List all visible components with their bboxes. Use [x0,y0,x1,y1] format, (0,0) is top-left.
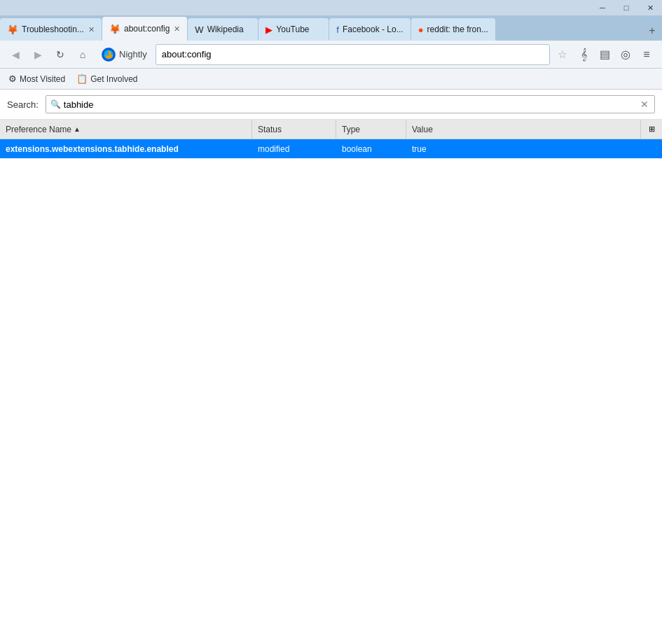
tab-favicon-reddit: ● [418,24,424,35]
tab-close-troubleshoot[interactable]: ✕ [88,25,95,34]
tab-label-reddit: reddit: the fron... [427,24,488,34]
tab-label-youtube: YouTube [276,24,322,34]
cell-status: modified [252,139,336,158]
bookmark-star[interactable]: ☆ [553,46,571,64]
tab-favicon-wikipedia: W [195,24,203,35]
reload-icon: ↻ [56,49,64,60]
col-header-action: ⊞ [641,125,662,134]
tab-favicon-facebook: f [336,24,339,35]
bookmark-label-get-involved: Get Involved [90,74,137,84]
cell-value: true [406,139,662,158]
search-icon: 🔍 [50,99,61,109]
search-clear-button[interactable]: ✕ [639,99,650,110]
back-button[interactable]: ◀ [6,45,25,64]
tab-favicon-troubleshoot: 🦊 [7,24,18,35]
tab-favicon-youtube: ▶ [266,24,273,35]
bookmark-most-visited[interactable]: ⚙Most Visited [6,72,68,85]
cell-type: boolean [336,139,406,158]
menu-button[interactable]: ≡ [637,45,656,64]
reload-button[interactable]: ↻ [50,45,70,64]
maximize-button[interactable]: □ [614,0,638,15]
tab-label-troubleshoot: Troubleshootin... [22,24,84,34]
bookmark-icon-get-involved: 📋 [76,74,88,84]
address-bar[interactable] [156,44,550,65]
title-bar: ─ □ ✕ [0,0,662,15]
table-container: Preference Name ▲ Status Type Value ⊞ ex… [0,120,662,159]
table-row[interactable]: extensions.webextensions.tabhide.enabled… [0,139,662,159]
sidebar-button[interactable]: ▤ [595,45,614,64]
bookmarks-bar: ⚙Most Visited📋Get Involved [0,69,662,90]
new-tab-button[interactable]: + [642,21,662,41]
table-body: extensions.webextensions.tabhide.enabled… [0,139,662,159]
firefox-logo [101,47,116,62]
mask-icon: ◎ [621,48,630,61]
content-area: Search: 🔍 ✕ Preference Name ▲ Status Typ… [0,90,662,644]
library-button[interactable]: 𝄞 [574,45,593,64]
tab-label-facebook: Facebook - Lo... [343,24,404,34]
col-type-label: Type [342,125,360,134]
tab-label-wikipedia: Wikipedia [207,24,251,34]
address-input[interactable] [162,49,544,59]
tab-wikipedia[interactable]: WWikipedia [188,18,258,41]
menu-icon: ≡ [643,48,649,61]
tab-reddit[interactable]: ●reddit: the fron... [411,18,495,41]
forward-icon: ▶ [34,49,42,60]
col-pref-name-label: Preference Name [6,125,71,134]
tab-facebook[interactable]: fFacebook - Lo... [329,18,410,41]
tab-label-about-config: about:config [124,24,170,34]
tab-favicon-about-config: 🦊 [109,24,120,34]
close-button[interactable]: ✕ [638,0,662,15]
search-input-wrapper: 🔍 ✕ [46,95,655,113]
col-value-label: Value [412,125,433,134]
minimize-button[interactable]: ─ [591,0,614,15]
home-icon: ⌂ [80,49,85,60]
bookmark-icon-most-visited: ⚙ [8,74,17,84]
tab-youtube[interactable]: ▶YouTube [258,18,329,41]
tab-close-about-config[interactable]: ✕ [174,24,180,34]
forward-button[interactable]: ▶ [28,45,48,64]
cell-pref-name: extensions.webextensions.tabhide.enabled [0,139,252,158]
col-header-pref-name[interactable]: Preference Name ▲ [0,120,252,139]
table-header: Preference Name ▲ Status Type Value ⊞ [0,120,662,139]
home-button[interactable]: ⌂ [73,45,92,64]
search-bar: Search: 🔍 ✕ [0,90,662,120]
col-status-label: Status [258,125,282,134]
back-icon: ◀ [12,49,20,60]
mask-button[interactable]: ◎ [616,45,635,64]
tab-about-config[interactable]: 🦊about:config✕ [102,17,187,41]
col-header-value[interactable]: Value [406,120,641,139]
col-header-status[interactable]: Status [252,120,336,139]
tab-bar: 🦊Troubleshootin...✕🦊about:config✕WWikipe… [0,15,662,41]
toolbar-icons: 𝄞 ▤ ◎ ≡ [574,45,656,64]
nav-bar: ◀ ▶ ↻ ⌂ Nightly ☆ 𝄞 ▤ ◎ ≡ [0,41,662,69]
col-header-type[interactable]: Type [336,120,406,139]
sidebar-icon: ▤ [600,48,610,61]
tab-troubleshoot[interactable]: 🦊Troubleshootin...✕ [0,18,102,41]
sort-icon: ▲ [74,125,81,133]
brand-name-label: Nightly [119,49,147,59]
bookmark-get-involved[interactable]: 📋Get Involved [74,72,140,85]
star-icon: ☆ [558,48,567,61]
search-input[interactable] [64,99,639,110]
search-label: Search: [7,99,39,110]
bookmark-label-most-visited: Most Visited [20,74,65,84]
browser-brand[interactable]: Nightly [95,47,153,62]
title-bar-controls: ─ □ ✕ [591,0,662,15]
library-icon: 𝄞 [581,48,587,61]
